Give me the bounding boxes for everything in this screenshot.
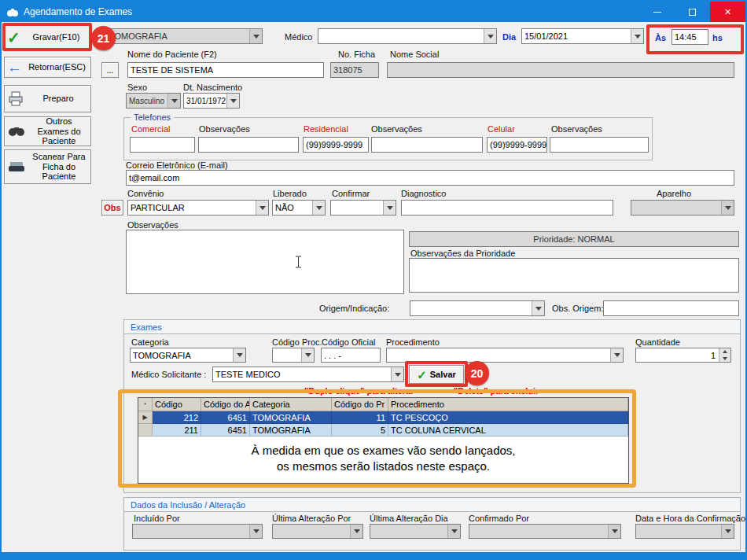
back-arrow-icon: ← — [7, 60, 22, 75]
hora-input[interactable]: 14:45 — [672, 29, 708, 45]
check-icon: ✓ — [7, 30, 20, 46]
preparo-button[interactable]: Preparo — [4, 85, 91, 112]
obs-celular-input[interactable] — [550, 137, 649, 153]
close-button[interactable]: × — [710, 2, 745, 22]
incluido-por-combo — [132, 524, 263, 539]
incluido-por-label: Incluído Por — [134, 514, 180, 523]
liberado-combo[interactable]: NÃO — [272, 200, 326, 216]
convenio-combo[interactable]: PARTICULAR — [127, 200, 269, 216]
nome-paciente-input[interactable]: TESTE DE SISTEMA — [127, 62, 324, 78]
ult-alteracao-por-label: Última Alteração Por — [272, 514, 351, 523]
quantidade-stepper[interactable]: 1 — [635, 348, 731, 363]
salvar-button[interactable]: ✓ Salvar — [409, 365, 464, 384]
obs-comercial-input[interactable] — [198, 137, 299, 153]
email-value: t@email.com — [129, 173, 179, 182]
cell-codigo-a: 6451 — [201, 411, 250, 424]
liberado-value: NÃO — [275, 203, 294, 212]
grid-col-codigo-pr[interactable]: Código do Pr — [332, 398, 388, 411]
dropdown-arrow-icon[interactable] — [610, 348, 623, 362]
dia-combo-value: 15/01/2021 — [524, 31, 568, 41]
data-hora-confirmacao-label: Data e Hora da Confirmação — [635, 514, 745, 523]
titlebar: Agendamento de Exames × — [2, 2, 745, 22]
origem-combo[interactable] — [410, 300, 545, 316]
confirmar-label: Confirmar — [332, 189, 370, 198]
minimize-icon — [653, 12, 661, 13]
email-input[interactable]: t@email.com — [126, 170, 734, 186]
dropdown-arrow-icon[interactable] — [312, 201, 325, 215]
comercial-label: Comercial — [131, 124, 171, 134]
medico-combo[interactable] — [318, 28, 497, 44]
dropdown-arrow-icon — [721, 201, 734, 215]
hint-duplo-clique: "Duplo clique" para alterar — [304, 386, 414, 396]
categoria-label: Categoria — [131, 337, 169, 347]
obs-button[interactable]: Obs — [101, 200, 123, 216]
nascimento-combo[interactable]: 31/01/1972 — [183, 93, 240, 109]
dropdown-arrow-icon — [447, 525, 460, 538]
no-ficha-field: 318075 — [330, 62, 379, 78]
app-icon — [6, 6, 19, 17]
residencial-input[interactable]: (99)9999-9999 — [303, 137, 369, 153]
medico-solicitante-combo[interactable]: TESTE MEDICO — [212, 367, 404, 382]
hora-value: 14:45 — [675, 32, 697, 42]
dados-inclusao-title: Dados da Inclusão / Alteração — [124, 498, 740, 512]
grid-row-selected[interactable]: ▶ 212 6451 TOMOGRAFIA 11 TC PESCOÇO — [138, 411, 628, 424]
observacoes-textarea[interactable] — [126, 230, 404, 294]
confirmado-por-combo — [469, 524, 621, 539]
celular-input[interactable]: (99)9999-9999 — [487, 137, 547, 153]
outros-exames-button[interactable]: Outros Exames do Paciente — [4, 116, 91, 146]
dia-combo[interactable]: 15/01/2021 — [521, 28, 644, 44]
maximize-button[interactable] — [675, 2, 710, 22]
printer-icon — [7, 90, 24, 108]
observacoes-label: Observações — [127, 220, 178, 230]
scanear-button[interactable]: Scanear Para Ficha do Paciente — [4, 149, 91, 184]
grid-row-indicator — [138, 424, 153, 437]
grid-col-codigo-a[interactable]: Código do A — [201, 398, 250, 411]
sexo-label: Sexo — [127, 83, 147, 92]
gravar-button[interactable]: ✓ Gravar(F10) — [4, 25, 91, 50]
dropdown-arrow-icon[interactable] — [301, 348, 314, 362]
codigo-proc-label: Código Proc. — [272, 337, 322, 347]
prioridade-obs-label: Observações da Prioridade — [410, 249, 515, 258]
no-ficha-label: No. Ficha — [338, 50, 375, 59]
codigo-oficial-input[interactable]: . . . - — [321, 348, 381, 363]
nome-social-label: Nome Social — [390, 50, 439, 59]
scanear-label: Scanear Para Ficha do Paciente — [30, 152, 88, 182]
spinner-arrows-icon[interactable] — [719, 348, 730, 362]
dropdown-arrow-icon[interactable] — [233, 348, 245, 362]
dropdown-arrow-icon[interactable] — [391, 367, 403, 381]
exame-combo[interactable]: TOMOGRAFIA — [106, 28, 263, 44]
obs-residencial-input[interactable] — [371, 137, 483, 153]
prioridade-header: Prioridade: NORMAL — [409, 231, 739, 247]
dropdown-arrow-icon[interactable] — [256, 201, 268, 215]
confirmar-combo[interactable] — [330, 200, 396, 216]
dropdown-arrow-icon[interactable] — [631, 29, 643, 43]
browse-patient-button[interactable]: ... — [101, 62, 119, 78]
categoria-combo[interactable]: TOMOGRAFIA — [130, 348, 246, 363]
cell-codigo-pr: 11 — [332, 411, 388, 424]
nome-paciente-label: Nome do Paciente (F2) — [127, 50, 217, 59]
dropdown-arrow-icon[interactable] — [532, 301, 544, 315]
grid-col-codigo[interactable]: Código — [153, 398, 201, 411]
comercial-input[interactable] — [130, 137, 195, 153]
minimize-button[interactable] — [639, 2, 675, 22]
cell-codigo-a: 6451 — [201, 424, 250, 437]
dropdown-arrow-icon[interactable] — [167, 94, 180, 108]
codigo-proc-combo[interactable] — [272, 348, 315, 363]
prioridade-obs-textarea[interactable] — [409, 258, 739, 293]
diagnostico-input[interactable] — [401, 200, 613, 216]
grid-col-procedimento[interactable]: Procedimento — [388, 398, 628, 411]
dropdown-arrow-icon[interactable] — [484, 29, 496, 43]
grid-row[interactable]: 211 6451 TOMOGRAFIA 5 TC COLUNA CERVICAL — [138, 424, 628, 437]
dropdown-arrow-icon[interactable] — [226, 94, 239, 108]
medico-solicitante-label: Médico Solicitante : — [131, 370, 206, 379]
dropdown-arrow-icon[interactable] — [383, 201, 396, 215]
sexo-combo[interactable]: Masculino — [126, 93, 181, 109]
exams-grid[interactable]: * Código Código do A Categoria Código do… — [138, 397, 629, 484]
dropdown-arrow-icon[interactable] — [249, 29, 262, 43]
obs-origem-input[interactable] — [603, 300, 739, 316]
nome-social-field — [387, 62, 734, 78]
grid-col-categoria[interactable]: Categoria — [250, 398, 332, 411]
dropdown-arrow-icon — [721, 525, 734, 538]
retornar-button[interactable]: ← Retornar(ESC) — [4, 57, 91, 78]
procedimento-combo[interactable] — [386, 348, 624, 363]
